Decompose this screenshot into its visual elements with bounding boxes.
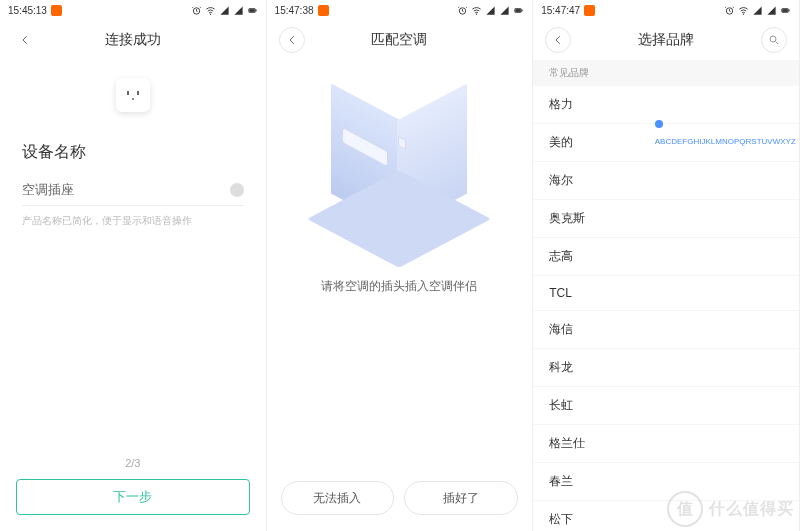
watermark-icon: 值 (667, 491, 703, 527)
wifi-icon (471, 5, 482, 16)
alarm-icon (457, 5, 468, 16)
chevron-left-icon (19, 34, 31, 46)
status-time: 15:47:38 (275, 5, 314, 16)
brand-item[interactable]: 海信 (533, 311, 799, 349)
plugged-button[interactable]: 插好了 (404, 481, 518, 515)
svg-point-6 (476, 13, 477, 14)
back-button[interactable] (545, 27, 571, 53)
page-title: 选择品牌 (638, 31, 694, 49)
brand-item[interactable]: 格力 (533, 86, 799, 124)
panel-pair-ac: 15:47:38 匹配空调 请将空调的插头插入空调伴侣 无法插入 插好了 (267, 0, 534, 531)
alpha-index-top[interactable] (655, 120, 663, 128)
brand-list[interactable]: 常见品牌 格力美的海尔奥克斯志高TCL海信科龙长虹格兰仕春兰松下新科LG 乐金 … (533, 60, 799, 531)
input-hint: 产品名称已简化，便于显示和语音操作 (22, 214, 244, 228)
cannot-plug-button[interactable]: 无法插入 (281, 481, 395, 515)
signal-icon (485, 5, 496, 16)
brand-item[interactable]: 长虹 (533, 387, 799, 425)
battery-icon (247, 5, 258, 16)
svg-point-15 (770, 36, 776, 42)
brand-item[interactable]: 格兰仕 (533, 425, 799, 463)
panel2-footer: 无法插入 插好了 (267, 481, 533, 531)
panel-connect-success: 15:45:13 连接成功 设备名称 空调插座 产品名称已简化，便于显示和语音操… (0, 0, 267, 531)
status-bar: 15:47:47 (533, 0, 799, 20)
svg-rect-14 (782, 9, 788, 12)
svg-rect-9 (515, 9, 521, 12)
page-title: 连接成功 (105, 31, 161, 49)
header: 连接成功 (0, 20, 266, 60)
wifi-icon (738, 5, 749, 16)
signal-icon (752, 5, 763, 16)
app-indicator-icon (584, 5, 595, 16)
chevron-left-icon (286, 34, 298, 46)
signal-icon-2 (766, 5, 777, 16)
instruction-text: 请将空调的插头插入空调伴侣 (321, 278, 477, 295)
wifi-icon (205, 5, 216, 16)
status-icons (457, 5, 524, 16)
status-time: 15:47:47 (541, 5, 580, 16)
device-name-label: 设备名称 (22, 142, 244, 163)
search-icon (768, 34, 780, 46)
socket-icon (116, 78, 150, 112)
svg-rect-4 (249, 9, 255, 12)
status-bar: 15:47:38 (267, 0, 533, 20)
status-bar: 15:45:13 (0, 0, 266, 20)
watermark-text: 什么值得买 (709, 499, 794, 520)
watermark: 值 什么值得买 (667, 491, 794, 527)
panel1-body: 设备名称 空调插座 产品名称已简化，便于显示和语音操作 (0, 60, 266, 457)
chevron-left-icon (552, 34, 564, 46)
device-name-input[interactable]: 空调插座 (22, 181, 74, 199)
signal-icon (219, 5, 230, 16)
status-icons (191, 5, 258, 16)
brand-item[interactable]: 科龙 (533, 349, 799, 387)
panel-select-brand: 15:47:47 选择品牌 常见品牌 格力美的海尔奥克斯志高TCL海信科龙长虹格… (533, 0, 800, 531)
page-title: 匹配空调 (371, 31, 427, 49)
status-icons (724, 5, 791, 16)
brand-item[interactable]: 志高 (533, 238, 799, 276)
alarm-icon (724, 5, 735, 16)
brand-item[interactable]: 海尔 (533, 162, 799, 200)
battery-icon (513, 5, 524, 16)
clear-icon[interactable] (230, 183, 244, 197)
back-button[interactable] (12, 27, 38, 53)
section-header: 常见品牌 (533, 60, 799, 86)
header: 选择品牌 (533, 20, 799, 60)
svg-rect-3 (255, 9, 256, 11)
back-button[interactable] (279, 27, 305, 53)
app-indicator-icon (51, 5, 62, 16)
signal-icon-2 (233, 5, 244, 16)
room-illustration (314, 84, 484, 254)
battery-icon (780, 5, 791, 16)
search-button[interactable] (761, 27, 787, 53)
device-name-input-row[interactable]: 空调插座 (22, 181, 244, 206)
alpha-index[interactable]: ABCDEFGHIJKLMNOPQRSTUVWXYZ (655, 120, 796, 148)
status-time: 15:45:13 (8, 5, 47, 16)
alpha-letter[interactable]: M (715, 137, 722, 146)
brand-item[interactable]: TCL (533, 276, 799, 311)
pager: 2/3 (0, 457, 266, 479)
header: 匹配空调 (267, 20, 533, 60)
svg-point-1 (209, 13, 210, 14)
svg-rect-8 (522, 9, 523, 11)
svg-rect-13 (788, 9, 789, 11)
signal-icon-2 (499, 5, 510, 16)
panel2-body: 请将空调的插头插入空调伴侣 (267, 60, 533, 481)
panel1-footer: 下一步 (0, 479, 266, 531)
app-indicator-icon (318, 5, 329, 16)
next-button[interactable]: 下一步 (16, 479, 250, 515)
alarm-icon (191, 5, 202, 16)
svg-point-11 (743, 13, 744, 14)
alpha-letter[interactable]: Z (791, 137, 796, 146)
device-icon-wrap (22, 78, 244, 112)
brand-item[interactable]: 奥克斯 (533, 200, 799, 238)
